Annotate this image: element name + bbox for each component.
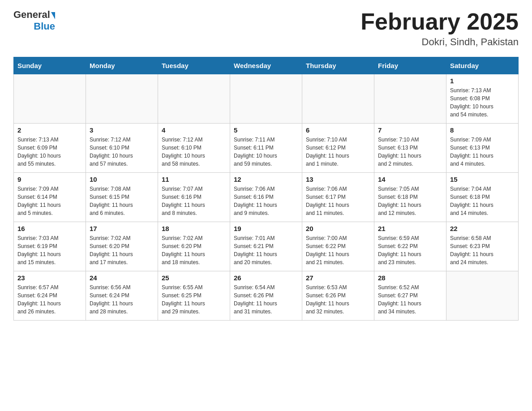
- day-number: 17: [90, 225, 154, 232]
- day-number: 27: [306, 274, 370, 282]
- calendar-cell: 7Sunrise: 7:10 AM Sunset: 6:13 PM Daylig…: [374, 124, 446, 173]
- day-info: Sunrise: 7:04 AM Sunset: 6:18 PM Dayligh…: [450, 185, 515, 217]
- calendar-subtitle: Dokri, Sindh, Pakistan: [360, 36, 519, 48]
- calendar-cell: 15Sunrise: 7:04 AM Sunset: 6:18 PM Dayli…: [446, 173, 519, 222]
- day-number: 1: [450, 77, 515, 85]
- calendar-cell: 3Sunrise: 7:12 AM Sunset: 6:10 PM Daylig…: [86, 124, 158, 173]
- day-number: 6: [306, 126, 370, 134]
- calendar-cell: 20Sunrise: 7:00 AM Sunset: 6:22 PM Dayli…: [302, 222, 374, 271]
- calendar-cell: 14Sunrise: 7:05 AM Sunset: 6:18 PM Dayli…: [374, 173, 446, 222]
- day-info: Sunrise: 7:06 AM Sunset: 6:16 PM Dayligh…: [234, 185, 298, 217]
- calendar-cell: 21Sunrise: 6:59 AM Sunset: 6:22 PM Dayli…: [374, 222, 446, 271]
- day-number: 15: [450, 176, 515, 183]
- column-header-friday: Friday: [374, 57, 446, 74]
- calendar-cell: 2Sunrise: 7:13 AM Sunset: 6:09 PM Daylig…: [14, 124, 86, 173]
- day-number: 9: [17, 176, 82, 183]
- calendar-cell: 1Sunrise: 7:13 AM Sunset: 6:08 PM Daylig…: [446, 74, 519, 124]
- calendar-cell: [158, 74, 230, 124]
- calendar-cell: 25Sunrise: 6:55 AM Sunset: 6:25 PM Dayli…: [158, 271, 230, 321]
- day-info: Sunrise: 6:54 AM Sunset: 6:26 PM Dayligh…: [234, 283, 298, 316]
- day-info: Sunrise: 7:02 AM Sunset: 6:20 PM Dayligh…: [90, 234, 154, 266]
- day-number: 28: [378, 274, 442, 282]
- calendar-cell: 28Sunrise: 6:52 AM Sunset: 6:27 PM Dayli…: [374, 271, 446, 321]
- day-number: 2: [17, 126, 82, 134]
- day-number: 10: [90, 176, 154, 183]
- calendar-cell: [14, 74, 86, 124]
- calendar-cell: 16Sunrise: 7:03 AM Sunset: 6:19 PM Dayli…: [14, 222, 86, 271]
- day-info: Sunrise: 6:59 AM Sunset: 6:22 PM Dayligh…: [378, 234, 442, 266]
- day-info: Sunrise: 7:06 AM Sunset: 6:17 PM Dayligh…: [306, 185, 370, 217]
- title-block: February 2025 Dokri, Sindh, Pakistan: [360, 9, 519, 48]
- week-row-5: 23Sunrise: 6:57 AM Sunset: 6:24 PM Dayli…: [14, 271, 519, 321]
- calendar-cell: [302, 74, 374, 124]
- day-number: 23: [17, 274, 82, 282]
- column-header-sunday: Sunday: [14, 57, 86, 74]
- calendar-cell: [86, 74, 158, 124]
- day-info: Sunrise: 6:53 AM Sunset: 6:26 PM Dayligh…: [306, 283, 370, 316]
- calendar-cell: 6Sunrise: 7:10 AM Sunset: 6:12 PM Daylig…: [302, 124, 374, 173]
- day-number: 21: [378, 225, 442, 232]
- calendar-cell: 10Sunrise: 7:08 AM Sunset: 6:15 PM Dayli…: [86, 173, 158, 222]
- day-number: 7: [378, 126, 442, 134]
- day-number: 11: [162, 176, 226, 183]
- day-info: Sunrise: 7:09 AM Sunset: 6:14 PM Dayligh…: [17, 185, 82, 217]
- column-header-monday: Monday: [86, 57, 158, 74]
- calendar-table: SundayMondayTuesdayWednesdayThursdayFrid…: [13, 57, 519, 321]
- day-info: Sunrise: 7:10 AM Sunset: 6:13 PM Dayligh…: [378, 136, 442, 168]
- calendar-cell: 5Sunrise: 7:11 AM Sunset: 6:11 PM Daylig…: [230, 124, 302, 173]
- calendar-cell: [230, 74, 302, 124]
- logo: General Blue: [13, 9, 55, 32]
- week-row-3: 9Sunrise: 7:09 AM Sunset: 6:14 PM Daylig…: [14, 173, 519, 222]
- logo-general: General: [13, 9, 50, 21]
- day-info: Sunrise: 7:13 AM Sunset: 6:09 PM Dayligh…: [17, 136, 82, 168]
- calendar-header-row: SundayMondayTuesdayWednesdayThursdayFrid…: [14, 57, 519, 74]
- day-info: Sunrise: 7:03 AM Sunset: 6:19 PM Dayligh…: [17, 234, 82, 266]
- calendar-cell: [374, 74, 446, 124]
- calendar-cell: 26Sunrise: 6:54 AM Sunset: 6:26 PM Dayli…: [230, 271, 302, 321]
- day-number: 14: [378, 176, 442, 183]
- day-info: Sunrise: 7:13 AM Sunset: 6:08 PM Dayligh…: [450, 86, 515, 119]
- day-info: Sunrise: 7:12 AM Sunset: 6:10 PM Dayligh…: [162, 136, 226, 168]
- day-info: Sunrise: 7:09 AM Sunset: 6:13 PM Dayligh…: [450, 136, 515, 168]
- calendar-cell: 8Sunrise: 7:09 AM Sunset: 6:13 PM Daylig…: [446, 124, 519, 173]
- day-info: Sunrise: 7:12 AM Sunset: 6:10 PM Dayligh…: [90, 136, 154, 168]
- day-number: 16: [17, 225, 82, 232]
- page-header: General Blue February 2025 Dokri, Sindh,…: [13, 9, 519, 48]
- calendar-cell: 22Sunrise: 6:58 AM Sunset: 6:23 PM Dayli…: [446, 222, 519, 271]
- day-number: 26: [234, 274, 298, 282]
- day-info: Sunrise: 6:57 AM Sunset: 6:24 PM Dayligh…: [17, 283, 82, 316]
- day-number: 3: [90, 126, 154, 134]
- calendar-cell: 12Sunrise: 7:06 AM Sunset: 6:16 PM Dayli…: [230, 173, 302, 222]
- day-number: 18: [162, 225, 226, 232]
- column-header-wednesday: Wednesday: [230, 57, 302, 74]
- column-header-saturday: Saturday: [446, 57, 519, 74]
- calendar-cell: 24Sunrise: 6:56 AM Sunset: 6:24 PM Dayli…: [86, 271, 158, 321]
- day-info: Sunrise: 6:58 AM Sunset: 6:23 PM Dayligh…: [450, 234, 515, 266]
- day-info: Sunrise: 7:00 AM Sunset: 6:22 PM Dayligh…: [306, 234, 370, 266]
- day-number: 19: [234, 225, 298, 232]
- day-number: 22: [450, 225, 515, 232]
- calendar-cell: 18Sunrise: 7:02 AM Sunset: 6:20 PM Dayli…: [158, 222, 230, 271]
- week-row-2: 2Sunrise: 7:13 AM Sunset: 6:09 PM Daylig…: [14, 124, 519, 173]
- day-info: Sunrise: 6:52 AM Sunset: 6:27 PM Dayligh…: [378, 283, 442, 316]
- column-header-tuesday: Tuesday: [158, 57, 230, 74]
- logo-blue: Blue: [34, 21, 55, 32]
- week-row-4: 16Sunrise: 7:03 AM Sunset: 6:19 PM Dayli…: [14, 222, 519, 271]
- day-number: 24: [90, 274, 154, 282]
- day-info: Sunrise: 7:07 AM Sunset: 6:16 PM Dayligh…: [162, 185, 226, 217]
- calendar-cell: 13Sunrise: 7:06 AM Sunset: 6:17 PM Dayli…: [302, 173, 374, 222]
- day-info: Sunrise: 7:10 AM Sunset: 6:12 PM Dayligh…: [306, 136, 370, 168]
- calendar-cell: 19Sunrise: 7:01 AM Sunset: 6:21 PM Dayli…: [230, 222, 302, 271]
- calendar-cell: 17Sunrise: 7:02 AM Sunset: 6:20 PM Dayli…: [86, 222, 158, 271]
- column-header-thursday: Thursday: [302, 57, 374, 74]
- day-info: Sunrise: 6:56 AM Sunset: 6:24 PM Dayligh…: [90, 283, 154, 316]
- day-info: Sunrise: 7:11 AM Sunset: 6:11 PM Dayligh…: [234, 136, 298, 168]
- day-number: 8: [450, 126, 515, 134]
- day-info: Sunrise: 7:01 AM Sunset: 6:21 PM Dayligh…: [234, 234, 298, 266]
- day-number: 5: [234, 126, 298, 134]
- calendar-cell: 11Sunrise: 7:07 AM Sunset: 6:16 PM Dayli…: [158, 173, 230, 222]
- day-number: 12: [234, 176, 298, 183]
- calendar-cell: 23Sunrise: 6:57 AM Sunset: 6:24 PM Dayli…: [14, 271, 86, 321]
- day-info: Sunrise: 7:08 AM Sunset: 6:15 PM Dayligh…: [90, 185, 154, 217]
- day-number: 20: [306, 225, 370, 232]
